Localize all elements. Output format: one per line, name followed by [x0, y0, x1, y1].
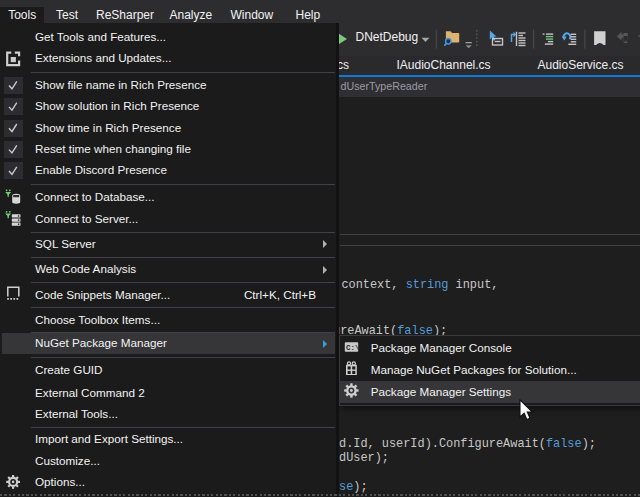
- svg-text:DNetDebug: DNetDebug: [356, 30, 419, 44]
- svg-text:C:\: C:\: [346, 343, 360, 351]
